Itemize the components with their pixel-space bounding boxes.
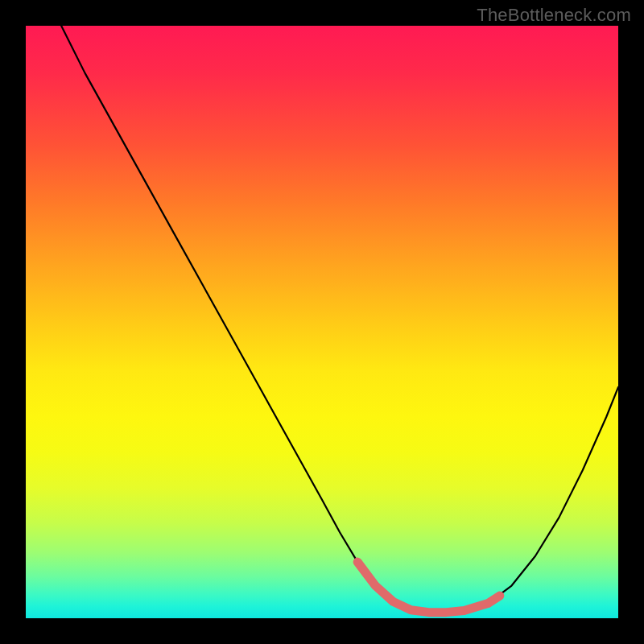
bottleneck-curve: [61, 26, 618, 613]
curve-svg: [26, 26, 618, 618]
plot-area: [26, 26, 618, 618]
chart-frame: TheBottleneck.com: [0, 0, 644, 644]
watermark-text: TheBottleneck.com: [477, 5, 631, 26]
valley-highlight: [357, 562, 500, 613]
